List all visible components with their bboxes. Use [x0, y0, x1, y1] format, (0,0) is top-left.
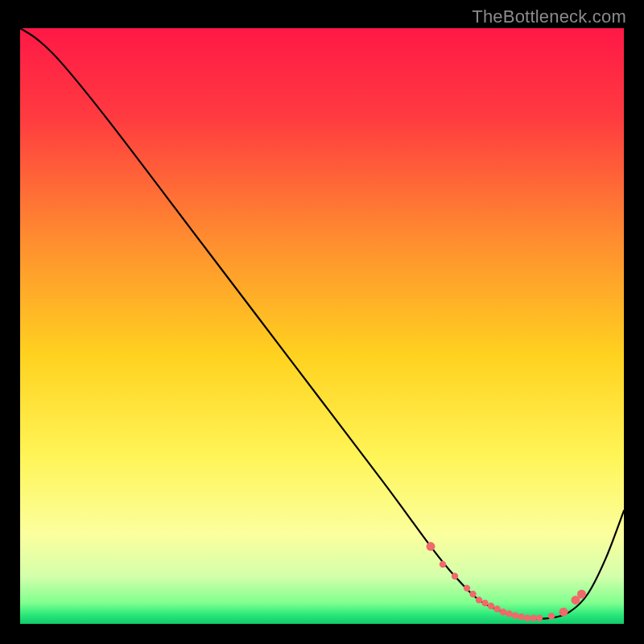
marker-point: [452, 573, 458, 580]
marker-point: [548, 613, 555, 619]
marker-point: [559, 608, 568, 617]
plot-area: [20, 28, 624, 624]
marker-point: [506, 610, 512, 617]
marker-point: [488, 603, 494, 609]
marker-point: [530, 614, 536, 621]
marker-point: [500, 609, 506, 615]
marker-point: [469, 591, 476, 597]
marker-point: [577, 590, 586, 599]
bottleneck-curve: [20, 28, 624, 619]
marker-point: [464, 584, 470, 591]
curve-layer: [20, 28, 624, 624]
marker-point: [524, 614, 530, 621]
highlight-markers: [427, 542, 587, 621]
marker-point: [493, 605, 500, 612]
marker-point: [536, 614, 543, 621]
watermark-label: TheBottleneck.com: [472, 6, 626, 27]
marker-point: [476, 597, 482, 603]
marker-point: [481, 600, 488, 606]
marker-point: [440, 561, 446, 568]
marker-point: [518, 613, 524, 620]
chart-container: TheBottleneck.com: [0, 0, 644, 644]
marker-point: [512, 612, 518, 618]
marker-point: [427, 542, 436, 551]
